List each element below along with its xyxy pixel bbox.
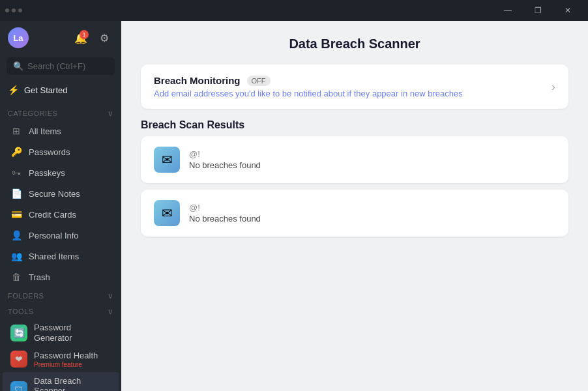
sidebar-item-label: Shared Items	[29, 252, 79, 261]
titlebar-dots	[5, 8, 22, 12]
folders-section-header: Folders ∨	[0, 287, 121, 303]
scan-results-title: Breach Scan Results	[141, 119, 568, 131]
result-info-2: @! No breaches found	[189, 203, 261, 224]
titlebar-controls: — ❐ ✕	[493, 0, 583, 21]
breach-card-left: Breach Monitoring OFF Add email addresse…	[154, 75, 463, 98]
sidebar-item-label: All Items	[29, 126, 61, 136]
sidebar-item-label: Passwords	[29, 147, 70, 157]
result-card-1: ✉ @! No breaches found	[141, 136, 568, 183]
breach-card-description: Add email addresses you'd like to be not…	[154, 89, 463, 98]
folders-label: Folders	[8, 292, 44, 300]
shared-items-icon: 👥	[10, 250, 22, 262]
tool-text: Data Breach Scanner Premium feature	[34, 376, 111, 391]
tool-label: Data Breach Scanner	[34, 376, 111, 391]
tool-password-generator[interactable]: 🔄 Password Generator	[3, 319, 119, 347]
sidebar-item-label: Secure Notes	[29, 189, 80, 199]
sidebar-item-secure-notes[interactable]: 📄 Secure Notes	[3, 183, 119, 204]
sidebar-item-shared-items[interactable]: 👥 Shared Items	[3, 246, 119, 267]
lightning-icon: ⚡	[8, 85, 19, 95]
passwords-icon: 🔑	[10, 146, 22, 158]
sidebar-item-personal-info[interactable]: 👤 Personal Info	[3, 225, 119, 246]
credit-cards-icon: 💳	[10, 209, 22, 220]
email-icon-2: ✉	[154, 200, 180, 226]
password-health-icon: ❤	[10, 351, 27, 368]
avatar[interactable]: La	[8, 27, 29, 48]
notification-badge: 1	[80, 30, 89, 39]
app-body: La 🔔 1 ⚙ 🔍 Search (Ctrl+F) ⚡ Get Started…	[0, 21, 588, 391]
titlebar: — ❐ ✕	[0, 0, 588, 21]
tool-label: Password Health	[34, 351, 98, 361]
sidebar-item-all-items[interactable]: ⊞ All Items	[3, 121, 119, 141]
tools-chevron-icon[interactable]: ∨	[108, 307, 114, 316]
result-status-1: No breaches found	[189, 160, 261, 170]
sidebar-item-label: Credit Cards	[29, 210, 76, 220]
sidebar-item-label: Trash	[29, 272, 50, 282]
close-button[interactable]: ✕	[553, 0, 583, 21]
breach-monitoring-card[interactable]: Breach Monitoring OFF Add email addresse…	[141, 65, 568, 109]
notifications-icon[interactable]: 🔔 1	[72, 29, 90, 47]
all-items-icon: ⊞	[10, 125, 22, 137]
search-placeholder: Search (Ctrl+F)	[27, 61, 85, 71]
sidebar-item-label: Passkeys	[29, 168, 65, 178]
breach-card-title: Breach Monitoring OFF	[154, 75, 463, 86]
sidebar-item-passkeys[interactable]: 🗝 Passkeys	[3, 162, 119, 183]
sidebar-header-icons: 🔔 1 ⚙	[72, 29, 113, 47]
page-title: Data Breach Scanner	[147, 36, 562, 51]
tools-section-header: Tools ∨	[0, 303, 121, 319]
result-status-2: No breaches found	[189, 214, 261, 224]
settings-icon[interactable]: ⚙	[95, 29, 113, 47]
email-icon-1: ✉	[154, 147, 180, 173]
trash-icon: 🗑	[10, 271, 22, 283]
get-started-item[interactable]: ⚡ Get Started	[0, 80, 121, 100]
sidebar-header: La 🔔 1 ⚙	[0, 21, 121, 55]
breach-monitoring-label: Breach Monitoring	[154, 75, 241, 86]
maximize-button[interactable]: ❐	[523, 0, 553, 21]
tool-text: Password Generator	[34, 323, 111, 343]
tool-password-health[interactable]: ❤ Password Health Premium feature	[3, 347, 119, 372]
titlebar-dot-2	[12, 8, 16, 12]
tool-sublabel: Premium feature	[34, 361, 98, 368]
result-card-2: ✉ @! No breaches found	[141, 190, 568, 237]
result-email-2: @!	[189, 203, 261, 212]
scan-results-section: Breach Scan Results ✉ @! No breaches fou…	[141, 119, 568, 243]
main-header: Data Breach Scanner	[121, 21, 588, 65]
content-area: Breach Monitoring OFF Add email addresse…	[121, 65, 588, 256]
minimize-button[interactable]: —	[493, 0, 523, 21]
tools-label: Tools	[8, 308, 34, 315]
main-content: Data Breach Scanner Breach Monitoring OF…	[121, 21, 588, 391]
tool-label: Password Generator	[34, 323, 111, 343]
passkeys-icon: 🗝	[10, 167, 22, 179]
sidebar-item-credit-cards[interactable]: 💳 Credit Cards	[3, 204, 119, 225]
breach-card-chevron-icon[interactable]: ›	[551, 80, 555, 94]
personal-info-icon: 👤	[10, 229, 22, 241]
categories-label: Categories	[8, 109, 57, 117]
titlebar-dot-3	[18, 8, 22, 12]
data-breach-scanner-icon: 🛡	[10, 381, 27, 391]
result-email-1: @!	[189, 149, 261, 159]
get-started-label: Get Started	[24, 85, 67, 95]
off-badge: OFF	[247, 76, 271, 86]
sidebar-item-passwords[interactable]: 🔑 Passwords	[3, 141, 119, 162]
titlebar-dot-1	[5, 8, 9, 12]
tool-data-breach-scanner[interactable]: 🛡 Data Breach Scanner Premium feature	[3, 372, 119, 391]
result-info-1: @! No breaches found	[189, 149, 261, 170]
search-bar[interactable]: 🔍 Search (Ctrl+F)	[7, 57, 115, 75]
sidebar-item-label: Personal Info	[29, 231, 79, 240]
sidebar-item-trash[interactable]: 🗑 Trash	[3, 267, 119, 287]
folders-chevron-icon[interactable]: ∨	[108, 291, 114, 300]
search-icon: 🔍	[13, 61, 23, 71]
categories-chevron-icon[interactable]: ∨	[108, 109, 114, 118]
secure-notes-icon: 📄	[10, 188, 22, 199]
categories-section-header: Categories ∨	[0, 105, 121, 121]
tool-text: Password Health Premium feature	[34, 351, 98, 368]
sidebar: La 🔔 1 ⚙ 🔍 Search (Ctrl+F) ⚡ Get Started…	[0, 21, 121, 391]
password-generator-icon: 🔄	[10, 325, 27, 341]
